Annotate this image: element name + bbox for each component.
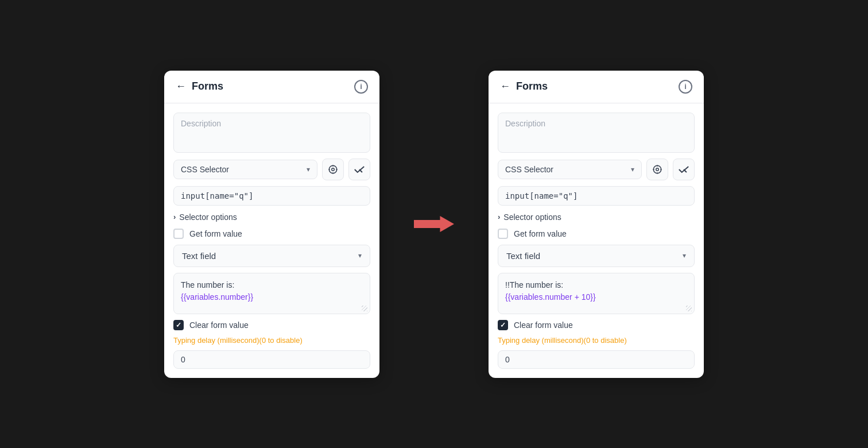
right-panel-title: Forms (516, 80, 548, 92)
right-text-field-label: Text field (506, 251, 540, 261)
svg-point-1 (332, 168, 335, 171)
left-selector-options-label: Selector options (179, 213, 237, 222)
right-clear-form-value-row: Clear form value (498, 320, 695, 330)
right-css-selector-dropdown[interactable]: CSS Selector ▾ (498, 160, 642, 179)
right-selector-options-chevron: › (498, 213, 500, 221)
left-clear-form-value-checkbox[interactable] (173, 320, 184, 330)
left-selector-row: CSS Selector ▾ (173, 159, 370, 180)
right-css-selector-label: CSS Selector (505, 165, 553, 174)
right-target-btn[interactable] (646, 159, 668, 180)
left-get-form-value-row: Get form value (173, 229, 370, 239)
left-clear-form-value-label: Clear form value (189, 320, 249, 330)
left-text-field-label: Text field (182, 251, 216, 261)
left-selector-options-chevron: › (173, 213, 176, 221)
left-target-btn[interactable] (322, 159, 344, 180)
left-value-text-line1: The number is: (181, 280, 234, 289)
left-clear-form-value-row: Clear form value (173, 320, 370, 330)
left-css-selector-label: CSS Selector (181, 165, 229, 174)
left-panel-header-left: ← Forms (176, 80, 223, 92)
svg-point-8 (656, 168, 659, 171)
right-get-form-value-checkbox[interactable] (498, 229, 508, 239)
right-delay-input[interactable] (498, 350, 695, 369)
right-value-text-line2: {{variables.number + 10}} (505, 292, 596, 302)
right-text-field-chevron: ▾ (683, 252, 686, 260)
right-panel-header: ← Forms i (489, 71, 704, 103)
left-value-display[interactable]: The number is: {{variables.number}} (173, 273, 370, 314)
left-delay-label: Typing delay (millisecond)(0 to disable) (173, 336, 370, 345)
left-get-form-value-label: Get form value (189, 229, 242, 238)
right-resize-handle (686, 306, 692, 311)
right-selector-row: CSS Selector ▾ (498, 159, 695, 180)
right-clear-form-value-label: Clear form value (514, 320, 573, 330)
svg-point-0 (329, 165, 337, 173)
right-css-selector-chevron: ▾ (631, 165, 634, 173)
left-css-selector-dropdown[interactable]: CSS Selector ▾ (173, 160, 317, 179)
left-text-field-dropdown[interactable]: Text field ▾ (173, 245, 370, 267)
right-arrow-icon (414, 213, 454, 235)
arrow-container (414, 213, 454, 235)
left-delay-input[interactable] (173, 350, 370, 369)
right-back-icon[interactable]: ← (500, 80, 510, 92)
left-selector-options-row[interactable]: › Selector options (173, 211, 370, 223)
right-checkmark-btn[interactable] (673, 159, 695, 180)
right-selector-options-row[interactable]: › Selector options (498, 211, 695, 223)
right-panel-body: CSS Selector ▾ (489, 103, 704, 378)
right-description-textarea[interactable] (498, 113, 695, 153)
left-text-field-chevron: ▾ (358, 252, 362, 260)
left-description-textarea[interactable] (173, 113, 370, 153)
right-panel: ← Forms i CSS Selector ▾ (489, 71, 704, 378)
page-wrapper: ← Forms i CSS Selector ▾ (164, 71, 704, 378)
right-selector-input[interactable] (498, 186, 695, 206)
left-checkmark-btn[interactable] (348, 159, 370, 180)
left-panel-title: Forms (192, 80, 223, 92)
left-resize-handle (362, 306, 367, 311)
right-value-display[interactable]: !!The number is: {{variables.number + 10… (498, 273, 695, 314)
right-clear-form-value-checkbox[interactable] (498, 320, 508, 330)
left-panel-header: ← Forms i (164, 71, 379, 103)
left-panel: ← Forms i CSS Selector ▾ (164, 71, 379, 378)
left-get-form-value-checkbox[interactable] (173, 229, 184, 239)
left-info-icon[interactable]: i (354, 80, 368, 94)
right-value-text-line1: !!The number is: (505, 280, 563, 289)
right-info-icon[interactable]: i (679, 80, 692, 94)
right-text-field-dropdown[interactable]: Text field ▾ (498, 245, 695, 267)
right-get-form-value-label: Get form value (514, 229, 567, 238)
right-panel-header-left: ← Forms (500, 80, 548, 92)
left-selector-input[interactable] (173, 186, 370, 206)
svg-point-7 (653, 165, 661, 173)
left-value-text-line2: {{variables.number}} (181, 292, 253, 302)
left-back-icon[interactable]: ← (176, 80, 186, 92)
left-panel-body: CSS Selector ▾ (164, 103, 379, 378)
right-selector-options-label: Selector options (503, 213, 561, 222)
right-delay-label: Typing delay (millisecond)(0 to disable) (498, 336, 695, 345)
left-css-selector-chevron: ▾ (307, 165, 310, 173)
svg-marker-6 (414, 216, 454, 232)
right-get-form-value-row: Get form value (498, 229, 695, 239)
